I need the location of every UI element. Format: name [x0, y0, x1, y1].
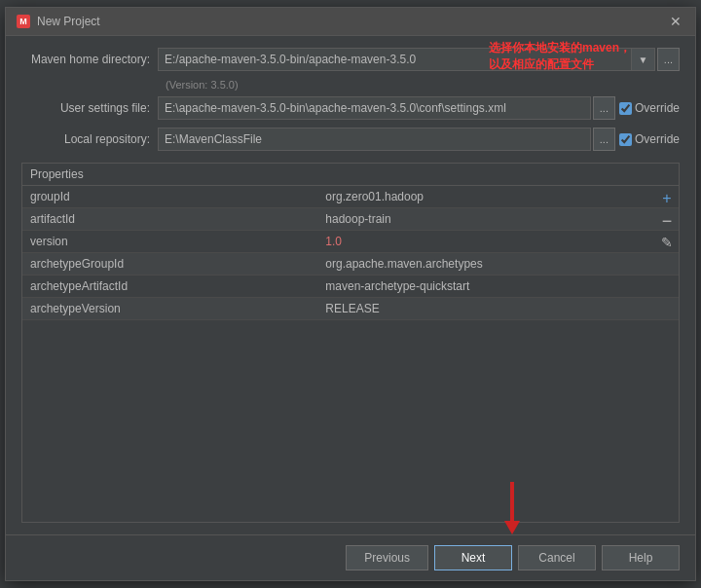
user-settings-label: User settings file:: [21, 101, 158, 115]
user-settings-override-label: Override: [619, 101, 680, 115]
prop-key: archetypeGroupId: [22, 253, 317, 276]
dialog-content: Maven home directory: ▼ ... 选择你本地安装的mave…: [6, 36, 695, 534]
version-text: (Version: 3.5.0): [166, 79, 680, 91]
dialog-title: New Project: [37, 15, 666, 28]
close-button[interactable]: ✕: [666, 14, 685, 29]
local-repo-label: Local repository:: [21, 132, 158, 146]
prop-value: 1.0: [317, 231, 679, 253]
local-repo-input[interactable]: [158, 128, 591, 151]
local-repo-override-checkbox[interactable]: [619, 133, 632, 146]
properties-table: groupIdorg.zero01.hadoopartifactIdhadoop…: [22, 186, 679, 522]
maven-home-row: Maven home directory: ▼ ... 选择你本地安装的mave…: [21, 48, 680, 71]
maven-browse-btn[interactable]: ...: [657, 48, 680, 71]
edit-property-btn[interactable]: ✎: [657, 234, 677, 251]
local-repo-row: Local repository: ... Override: [21, 128, 680, 151]
prop-key: groupId: [22, 186, 317, 208]
prop-value: org.apache.maven.archetypes: [317, 253, 679, 276]
next-arrow-annotation: [504, 482, 520, 534]
help-button[interactable]: Help: [602, 545, 680, 570]
table-row[interactable]: archetypeArtifactIdmaven-archetype-quick…: [22, 276, 679, 298]
maven-home-input[interactable]: [158, 48, 632, 71]
local-repo-browse-btn[interactable]: ...: [593, 128, 615, 151]
new-project-dialog: M New Project ✕ Maven home directory: ▼ …: [5, 7, 696, 581]
table-row[interactable]: archetypeVersionRELEASE: [22, 298, 679, 320]
user-settings-input[interactable]: [158, 96, 591, 120]
prop-key: archetypeArtifactId: [22, 276, 317, 298]
user-settings-row: User settings file: ... Override: [21, 96, 680, 120]
prop-value: org.zero01.hadoop: [317, 186, 679, 208]
remove-property-btn[interactable]: −: [657, 210, 677, 232]
properties-title: Properties: [22, 164, 679, 186]
prop-key: version: [22, 231, 317, 253]
dialog-footer: Previous Next Cancel Help: [6, 534, 695, 580]
title-bar: M New Project ✕: [6, 8, 695, 36]
user-settings-override-checkbox[interactable]: [619, 102, 632, 115]
properties-actions: + − ✎: [657, 189, 677, 251]
prop-value: RELEASE: [317, 298, 679, 320]
user-settings-browse-btn[interactable]: ...: [593, 96, 615, 120]
maven-home-label: Maven home directory:: [21, 53, 158, 66]
maven-input-group: ▼ ...: [158, 48, 680, 71]
prop-value: hadoop-train: [317, 208, 679, 231]
maven-dropdown-btn[interactable]: ▼: [632, 48, 655, 71]
properties-section: Properties groupIdorg.zero01.hadoopartif…: [21, 163, 680, 523]
prop-key: archetypeVersion: [22, 298, 317, 320]
cancel-button[interactable]: Cancel: [518, 545, 596, 570]
local-repo-input-group: ... Override: [158, 128, 680, 151]
dialog-icon: M: [16, 14, 31, 29]
svg-text:M: M: [19, 17, 27, 26]
prop-value: maven-archetype-quickstart: [317, 276, 679, 298]
add-property-btn[interactable]: +: [657, 189, 677, 208]
table-row[interactable]: groupIdorg.zero01.hadoop: [22, 186, 679, 208]
prop-key: artifactId: [22, 208, 317, 231]
table-row[interactable]: archetypeGroupIdorg.apache.maven.archety…: [22, 253, 679, 276]
local-repo-override-label: Override: [619, 132, 680, 146]
user-settings-input-group: ... Override: [158, 96, 680, 120]
table-row[interactable]: version1.0: [22, 231, 679, 253]
next-button[interactable]: Next: [434, 545, 512, 570]
table-row[interactable]: artifactIdhadoop-train: [22, 208, 679, 231]
previous-button[interactable]: Previous: [346, 545, 428, 570]
